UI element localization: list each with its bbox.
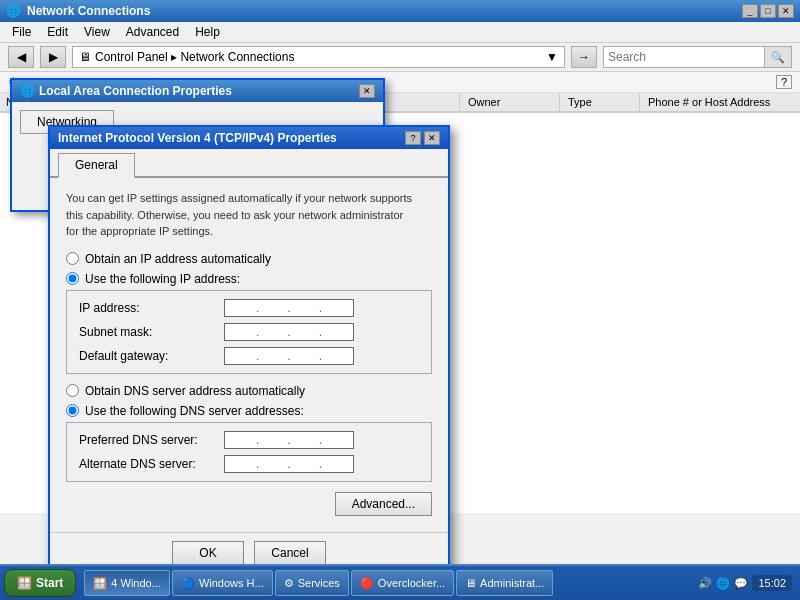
pdns-octet1[interactable] (229, 433, 255, 447)
tcpip-content: You can get IP settings assigned automat… (50, 178, 448, 532)
cancel-button[interactable]: Cancel (254, 541, 326, 565)
search-button[interactable]: 🔍 (764, 47, 791, 67)
adns-octet1[interactable] (229, 457, 255, 471)
taskbar-item-windows[interactable]: 🪟 4 Windo... (84, 570, 170, 596)
taskbar-services-label: Services (298, 577, 340, 589)
ip-address-field: . . . (224, 299, 354, 317)
help-button[interactable]: ? (776, 75, 792, 89)
taskbar-item-admin[interactable]: 🖥 Administrat... (456, 570, 553, 596)
toolbar: ◀ ▶ 🖥 Control Panel ▸ Network Connection… (0, 43, 800, 72)
forward-button[interactable]: ▶ (40, 46, 66, 68)
gw-octet4[interactable] (323, 349, 349, 363)
search-input[interactable] (604, 47, 764, 67)
menu-file[interactable]: File (4, 23, 39, 41)
lac-close-btn[interactable]: ✕ (359, 84, 375, 98)
tcpip-help-btn[interactable]: ? (405, 131, 421, 145)
tcpip-dialog: Internet Protocol Version 4 (TCP/IPv4) P… (48, 125, 450, 575)
adns-octet4[interactable] (323, 457, 349, 471)
minimize-btn[interactable]: _ (742, 4, 758, 18)
taskbar-item-services[interactable]: ⚙ Services (275, 570, 349, 596)
manual-dns-label: Use the following DNS server addresses: (85, 404, 304, 418)
advanced-btn-row: Advanced... (66, 492, 432, 516)
taskbar-overclocker-label: Overclocker... (378, 577, 445, 589)
taskbar-services-icon: ⚙ (284, 577, 294, 590)
gw-octet3[interactable] (292, 349, 318, 363)
manual-ip-radio[interactable] (66, 272, 79, 285)
tcpip-description: You can get IP settings assigned automat… (66, 190, 432, 240)
advanced-button[interactable]: Advanced... (335, 492, 432, 516)
start-button[interactable]: 🪟 Start (4, 569, 76, 597)
window-titlebar: 🌐 Network Connections _ □ ✕ (0, 0, 800, 22)
taskbar-items: 🪟 4 Windo... 🔵 Windows H... ⚙ Services 🔴… (80, 570, 690, 596)
auto-ip-row: Obtain an IP address automatically (66, 252, 432, 266)
path-dropdown[interactable]: ▼ (546, 50, 558, 64)
go-button[interactable]: → (571, 46, 597, 68)
gw-octet2[interactable] (260, 349, 286, 363)
subnet-mask-label: Subnet mask: (79, 325, 224, 339)
address-bar: 🖥 Control Panel ▸ Network Connections ▼ (72, 46, 565, 68)
ip-octet3[interactable] (292, 301, 318, 315)
pdns-octet4[interactable] (323, 433, 349, 447)
window-title: 🌐 Network Connections (6, 4, 150, 18)
taskbar-windows-icon: 🪟 (93, 577, 107, 590)
col-type[interactable]: Type (560, 93, 640, 111)
tcpip-tab-bar: General (50, 153, 448, 178)
menu-advanced[interactable]: Advanced (118, 23, 187, 41)
ip-octet2[interactable] (260, 301, 286, 315)
alternate-dns-label: Alternate DNS server: (79, 457, 224, 471)
start-label: Start (36, 576, 63, 590)
tcpip-controls: ? ✕ (405, 131, 440, 145)
lac-icon: 🌐 (20, 84, 35, 98)
ip-octet1[interactable] (229, 301, 255, 315)
manual-dns-row: Use the following DNS server addresses: (66, 404, 432, 418)
taskbar-tray: 🔊 🌐 💬 15:02 (690, 575, 800, 591)
tray-icon-network: 🌐 (716, 577, 730, 590)
tcpip-titlebar: Internet Protocol Version 4 (TCP/IPv4) P… (50, 127, 448, 149)
auto-ip-label: Obtain an IP address automatically (85, 252, 271, 266)
search-box: 🔍 (603, 46, 792, 68)
subnet-octet3[interactable] (292, 325, 318, 339)
tcpip-title: Internet Protocol Version 4 (TCP/IPv4) P… (58, 131, 337, 145)
adns-octet2[interactable] (260, 457, 286, 471)
ip-address-row: IP address: . . . (79, 299, 419, 317)
manual-dns-radio[interactable] (66, 404, 79, 417)
gw-octet1[interactable] (229, 349, 255, 363)
col-owner[interactable]: Owner (460, 93, 560, 111)
back-button[interactable]: ◀ (8, 46, 34, 68)
titlebar-controls: _ □ ✕ (742, 4, 794, 18)
subnet-octet2[interactable] (260, 325, 286, 339)
subnet-octet1[interactable] (229, 325, 255, 339)
path-text: Control Panel ▸ Network Connections (95, 50, 294, 64)
ip-octet4[interactable] (323, 301, 349, 315)
preferred-dns-label: Preferred DNS server: (79, 433, 224, 447)
subnet-mask-row: Subnet mask: . . . (79, 323, 419, 341)
start-icon: 🪟 (17, 576, 32, 590)
taskbar-windowsh-icon: 🔵 (181, 577, 195, 590)
ok-button[interactable]: OK (172, 541, 244, 565)
alternate-dns-row: Alternate DNS server: . . . (79, 455, 419, 473)
col-phone[interactable]: Phone # or Host Address (640, 93, 800, 111)
menubar: File Edit View Advanced Help (0, 22, 800, 43)
taskbar-overclocker-icon: 🔴 (360, 577, 374, 590)
close-btn[interactable]: ✕ (778, 4, 794, 18)
menu-help[interactable]: Help (187, 23, 228, 41)
taskbar-item-windowsh[interactable]: 🔵 Windows H... (172, 570, 273, 596)
ip-address-label: IP address: (79, 301, 224, 315)
lac-controls: ✕ (359, 84, 375, 98)
menu-view[interactable]: View (76, 23, 118, 41)
tcpip-close-btn[interactable]: ✕ (424, 131, 440, 145)
menu-edit[interactable]: Edit (39, 23, 76, 41)
taskbar-item-overclocker[interactable]: 🔴 Overclocker... (351, 570, 454, 596)
pdns-octet3[interactable] (292, 433, 318, 447)
auto-dns-radio[interactable] (66, 384, 79, 397)
lac-titlebar: 🌐 Local Area Connection Properties ✕ (12, 80, 383, 102)
maximize-btn[interactable]: □ (760, 4, 776, 18)
preferred-dns-field: . . . (224, 431, 354, 449)
adns-octet3[interactable] (292, 457, 318, 471)
pdns-octet2[interactable] (260, 433, 286, 447)
tcpip-tab-general[interactable]: General (58, 153, 135, 178)
taskbar: 🪟 Start 🪟 4 Windo... 🔵 Windows H... ⚙ Se… (0, 564, 800, 600)
auto-ip-radio[interactable] (66, 252, 79, 265)
auto-dns-label: Obtain DNS server address automatically (85, 384, 305, 398)
subnet-octet4[interactable] (323, 325, 349, 339)
